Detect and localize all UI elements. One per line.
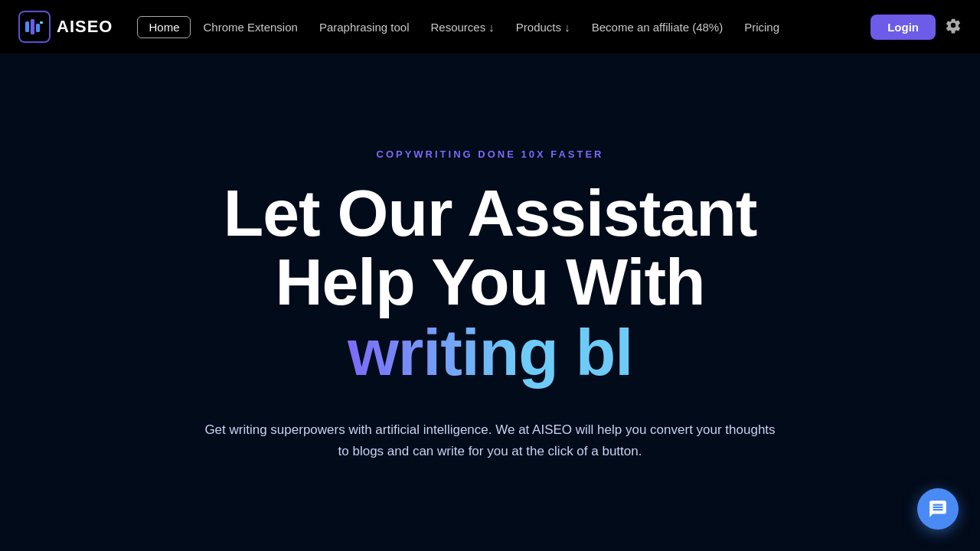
nav-home[interactable]: Home	[137, 16, 191, 38]
chat-bubble-button[interactable]	[917, 488, 959, 530]
nav-pricing[interactable]: Pricing	[735, 16, 789, 38]
hero-section: COPYWRITING DONE 10X FASTER Let Our Assi…	[0, 54, 980, 551]
nav-chrome-extension[interactable]: Chrome Extension	[194, 16, 306, 38]
chat-icon	[928, 499, 948, 519]
nav-paraphrasing-tool[interactable]: Paraphrasing tool	[310, 16, 419, 38]
hero-title-block: Let Our Assistant Help You With writing …	[224, 178, 757, 389]
svg-rect-3	[40, 21, 43, 24]
hero-title-line1: Let Our Assistant Help You With writing …	[224, 178, 757, 389]
navbar: AISEO Home Chrome Extension Paraphrasing…	[0, 0, 980, 54]
svg-rect-1	[31, 19, 34, 34]
nav-affiliate[interactable]: Become an affiliate (48%)	[583, 16, 732, 38]
svg-rect-0	[25, 21, 29, 32]
gear-icon[interactable]	[945, 17, 962, 37]
hero-description: Get writing superpowers with artificial …	[199, 419, 781, 462]
nav-products[interactable]: Products ↓	[507, 16, 580, 38]
logo-svg	[24, 17, 44, 37]
hero-eyebrow: COPYWRITING DONE 10X FASTER	[377, 148, 604, 160]
logo-icon	[18, 11, 51, 43]
logo[interactable]: AISEO	[18, 11, 113, 43]
svg-rect-2	[36, 24, 40, 32]
hero-title-line3: writing bl	[348, 316, 632, 389]
login-button[interactable]: Login	[871, 15, 936, 40]
nav-links: Home Chrome Extension Paraphrasing tool …	[137, 16, 858, 38]
logo-text: AISEO	[57, 17, 113, 37]
nav-resources[interactable]: Resources ↓	[421, 16, 503, 38]
